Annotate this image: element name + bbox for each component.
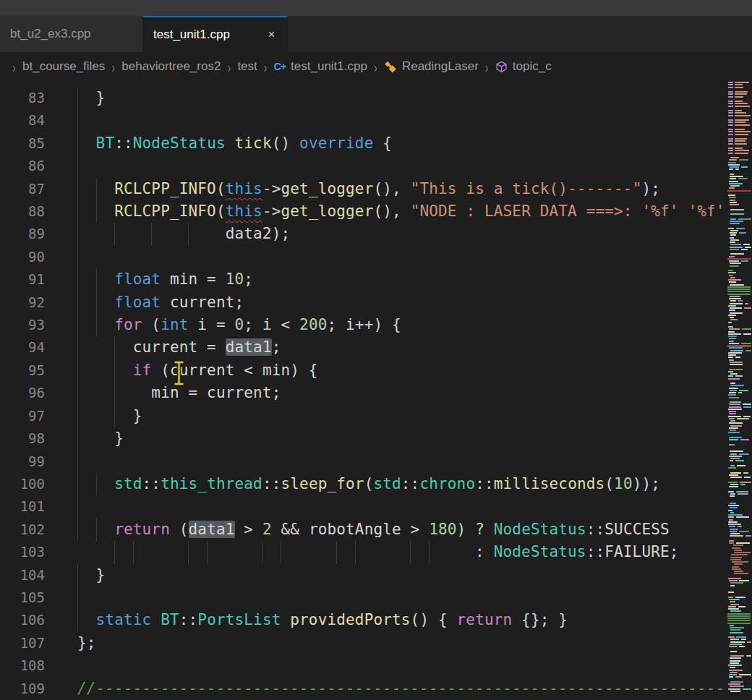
line-number[interactable]: 87 [0,178,45,200]
code-line-109[interactable]: 109//-----------------------------------… [0,678,752,700]
line-number[interactable]: 92 [0,291,45,314]
code-line-85[interactable]: 85 BT::NodeStatus tick() override { [0,132,752,155]
code-line-95[interactable]: 95 if (current < min) { [0,359,752,382]
line-number[interactable]: 97 [0,405,45,427]
minimap-line [729,411,736,412]
minimap-line [728,688,740,690]
tab-bt-u2-ex3[interactable]: bt_u2_ex3.cpp [0,16,143,52]
line-number[interactable]: 88 [0,200,45,223]
breadcrumb-label: ReadingLaser [402,59,479,74]
code-line-84[interactable]: 84 [0,109,752,132]
code-line-98[interactable]: 98 } [0,427,752,450]
line-number[interactable]: 84 [0,109,45,132]
minimap-line [728,115,733,116]
breadcrumb-label: test [237,59,257,74]
minimap-line [730,495,735,497]
line-number[interactable]: 106 [0,609,45,631]
code-line-107[interactable]: 107}; [0,632,752,654]
minimap-line [730,503,736,504]
code-line-106[interactable]: 106 static BT::PortsList providedPorts()… [0,609,752,631]
code-line-100[interactable]: 100 std::this_thread::sleep_for(std::chr… [0,473,752,495]
code-text[interactable]: RCLCPP_INFO(this->get_logger(), "NODE : … [77,200,725,223]
minimap-line [728,432,740,433]
code-line-92[interactable]: 92 float current; [0,291,752,314]
code-text[interactable]: //--------------------------------------… [77,678,725,700]
code-text[interactable]: static BT::PortsList providedPorts() { r… [77,609,568,631]
code-text[interactable]: if (current < min) { [77,359,318,382]
code-text[interactable]: for (int i = 0; i < 200; i++) { [77,314,401,336]
line-number[interactable]: 83 [0,87,45,109]
code-text[interactable]: } [77,87,105,109]
close-icon[interactable]: × [266,27,277,42]
line-number[interactable]: 107 [0,632,45,654]
code-line-108[interactable]: 108 [0,654,752,677]
code-line-93[interactable]: 93 for (int i = 0; i < 200; i++) { [0,314,752,336]
code-line-97[interactable]: 97 } [0,405,752,427]
code-text[interactable]: current = data1; [77,336,281,359]
minimap-line [729,338,736,339]
code-text[interactable]: float min = 10; [77,268,253,291]
code-line-99[interactable]: 99 [0,451,752,473]
line-number[interactable]: 94 [0,336,45,359]
line-number[interactable]: 91 [0,268,45,291]
line-number[interactable]: 85 [0,132,45,155]
code-text[interactable]: std::this_thread::sleep_for(std::chrono:… [77,473,660,495]
line-number[interactable]: 109 [0,678,45,700]
line-number[interactable]: 105 [0,586,45,609]
code-text[interactable]: : NodeStatus::FAILURE; [77,541,679,563]
line-number[interactable]: 99 [0,451,45,473]
code-editor[interactable]: 83 }8485 BT::NodeStatus tick() override … [0,81,752,700]
code-text[interactable]: RCLCPP_INFO(this->get_logger(), "This is… [77,178,660,200]
line-number[interactable]: 104 [0,564,45,586]
minimap-line [734,571,743,572]
line-number[interactable]: 103 [0,541,45,563]
code-line-101[interactable]: 101 [0,495,752,518]
line-number[interactable]: 96 [0,382,45,404]
breadcrumb-item-behaviortree-ros2[interactable]: behaviortree_ros2 [121,59,221,74]
minimap-line [730,300,736,302]
line-number[interactable]: 93 [0,314,45,336]
breadcrumb-item-test[interactable]: test [237,59,257,74]
minimap-line [729,406,741,408]
code-text[interactable]: BT::NodeStatus tick() override { [77,132,392,155]
code-text[interactable]: } [77,405,142,427]
code-line-103[interactable]: 103 : NodeStatus::FAILURE; [0,541,752,563]
line-number[interactable]: 101 [0,495,45,518]
code-text[interactable]: float current; [77,291,244,314]
code-line-83[interactable]: 83 } [0,87,752,109]
code-line-87[interactable]: 87 RCLCPP_INFO(this->get_logger(), "This… [0,178,752,200]
code-line-88[interactable]: 88 RCLCPP_INFO(this->get_logger(), "NODE… [0,200,752,223]
minimap[interactable] [727,81,752,700]
minimap-line [728,491,734,492]
line-number[interactable]: 100 [0,473,45,495]
minimap-line [730,296,740,297]
code-line-90[interactable]: 90 [0,246,752,268]
line-number[interactable]: 102 [0,518,45,541]
breadcrumb-item-bt-course-files[interactable]: bt_course_files [22,59,105,74]
code-line-104[interactable]: 104 } [0,564,752,586]
code-line-86[interactable]: 86 [0,155,752,177]
breadcrumb-item-readinglaser[interactable]: ReadingLaser [384,59,479,74]
code-line-89[interactable]: 89 data2); [0,223,752,245]
line-number[interactable]: 95 [0,359,45,382]
line-number[interactable]: 108 [0,654,45,677]
line-number[interactable]: 86 [0,155,45,177]
breadcrumb-item-topic-c[interactable]: topic_c [495,59,552,74]
code-line-102[interactable]: 102 return (data1 > 2 && robotAngle > 18… [0,518,752,541]
code-text[interactable]: } [77,427,124,450]
code-text[interactable]: } [77,564,105,586]
code-text[interactable]: return (data1 > 2 && robotAngle > 180) ?… [77,518,670,541]
code-text[interactable]: data2); [77,223,290,245]
code-line-105[interactable]: 105 [0,586,752,609]
line-number[interactable]: 98 [0,427,45,450]
code-line-96[interactable]: 96 min = current; [0,382,752,404]
code-line-91[interactable]: 91 float min = 10; [0,268,752,291]
minimap-line [735,93,747,95]
tab-test-unit1[interactable]: test_unit1.cpp × [143,16,288,52]
line-number[interactable]: 89 [0,223,45,245]
breadcrumb-item-test-unit1-cpp[interactable]: C+test_unit1.cpp [274,59,367,74]
code-line-94[interactable]: 94 current = data1; [0,336,752,359]
code-text[interactable]: }; [77,632,96,654]
line-number[interactable]: 90 [0,246,45,268]
minimap-line [739,390,748,391]
